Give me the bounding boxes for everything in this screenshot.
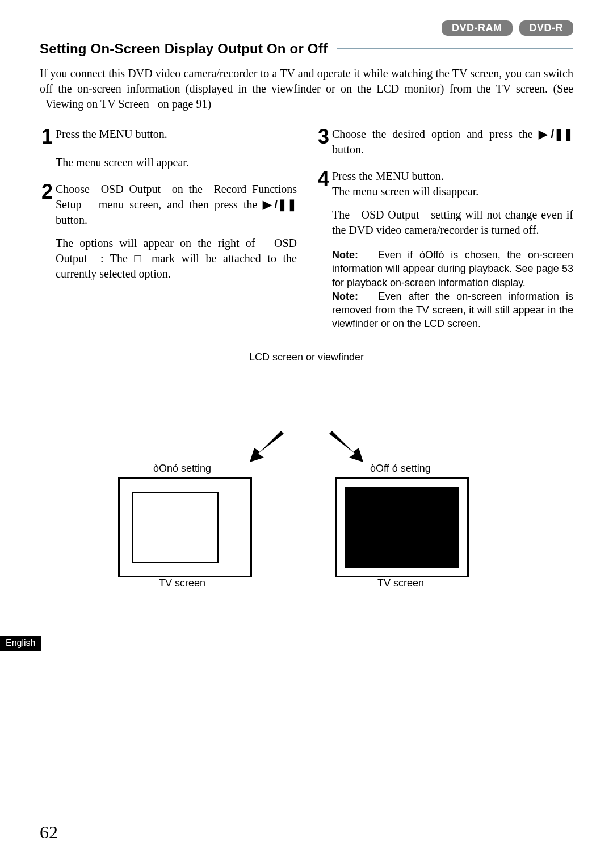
notes-block: Note: Even if òOffó is chosen, the on-sc…: [332, 248, 573, 331]
note-1-text: Even if òOffó is chosen, the on-screen i…: [332, 249, 573, 288]
step-number: 1: [40, 127, 54, 147]
note-label: Note:: [332, 291, 358, 302]
arrow-left-icon: [250, 431, 289, 465]
step-3-text-pre: Choose the desired option and press the: [332, 128, 539, 140]
off-setting-label: òOff ó setting: [370, 463, 431, 475]
tv-screen-on: [118, 477, 252, 577]
step-number: 2: [40, 182, 54, 202]
tv-inner-on: [132, 492, 219, 563]
osd-diagram: LCD screen or viewfinder òOnó setting òO…: [40, 351, 573, 601]
note-label: Note:: [332, 249, 358, 261]
disc-type-badges: DVD-RAM DVD-R: [442, 20, 573, 36]
tv-screen-off: [335, 477, 469, 577]
step-2-text-post: button.: [56, 213, 87, 226]
step-number: 3: [316, 127, 331, 147]
steps-columns: 1 Press the MENU button. The menu screen…: [40, 127, 573, 331]
title-rule: [337, 48, 573, 49]
section-title-row: Setting On-Screen Display Output On or O…: [40, 41, 573, 57]
badge-dvd-r: DVD-R: [519, 20, 574, 36]
language-tab: English: [0, 636, 41, 651]
on-setting-label: òOnó setting: [153, 463, 211, 475]
badge-dvd-ram: DVD-RAM: [442, 20, 513, 36]
step-4a-text: Press the MENU button.: [332, 170, 444, 182]
step-4-result: The OSD Output setting will not change e…: [332, 207, 573, 238]
step-2-text-pre: Choose OSD Output on the Record Function…: [56, 183, 297, 211]
step-4b-text: The menu screen will disappear.: [332, 185, 478, 198]
section-title: Setting On-Screen Display Output On or O…: [40, 41, 328, 57]
step-text: Choose OSD Output on the Record Function…: [56, 182, 297, 228]
arrow-right-icon: [324, 431, 363, 465]
left-column: 1 Press the MENU button. The menu screen…: [40, 127, 297, 331]
tv-caption-on: TV screen: [159, 577, 205, 589]
play-pause-icon: ▶/❚❚: [539, 128, 573, 140]
note-2-text: Even after the on-screen information is …: [332, 291, 573, 330]
step-1: 1 Press the MENU button.: [40, 127, 297, 147]
step-3-text-post: button.: [332, 143, 364, 156]
step-1-result: The menu screen will appear.: [56, 155, 297, 170]
tv-caption-off: TV screen: [377, 577, 424, 589]
step-text: Choose the desired option and press the …: [332, 127, 573, 157]
step-text: Press the MENU button.: [56, 127, 297, 142]
step-2-result: The options will appear on the right of …: [56, 236, 297, 282]
step-number: 4: [316, 169, 331, 189]
lcd-label: LCD screen or viewfinder: [249, 351, 364, 363]
intro-paragraph: If you connect this DVD video camera/rec…: [40, 66, 573, 112]
step-3: 3 Choose the desired option and press th…: [316, 127, 573, 157]
manual-page: DVD-RAM DVD-R Setting On-Screen Display …: [0, 0, 613, 868]
page-number: 62: [40, 822, 58, 843]
step-text: Press the MENU button. The menu screen w…: [332, 169, 573, 199]
right-column: 3 Choose the desired option and press th…: [316, 127, 573, 331]
step-4: 4 Press the MENU button. The menu screen…: [316, 169, 573, 199]
step-2: 2 Choose OSD Output on the Record Functi…: [40, 182, 297, 228]
tv-inner-off: [345, 487, 459, 568]
play-pause-icon: ▶/❚❚: [263, 198, 297, 211]
